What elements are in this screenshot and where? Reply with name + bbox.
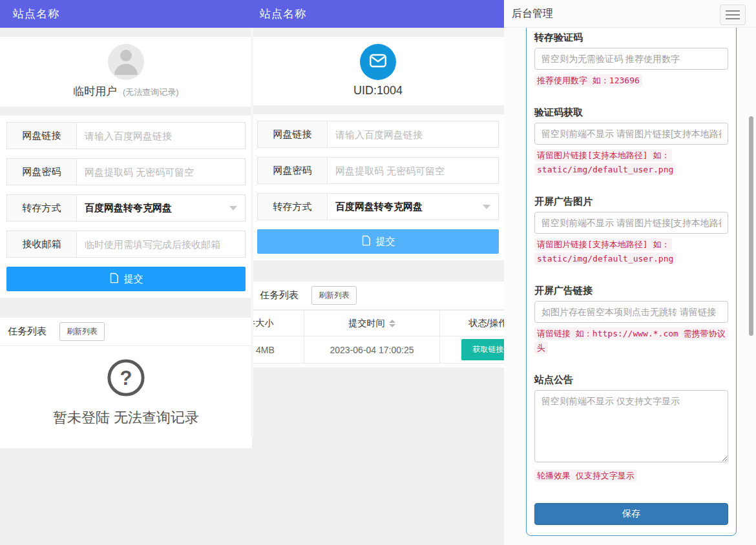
task-table: 文件大小 提交时间 状态/操作 4MB 2023-06-04 17:00:25 bbox=[252, 310, 504, 364]
link-label: 网盘链接 bbox=[258, 121, 328, 147]
task-table-wrap: 文件大小 提交时间 状态/操作 4MB 2023-06-04 17:00:25 bbox=[252, 310, 504, 367]
field-label: 转存验证码 bbox=[534, 32, 728, 44]
password-input[interactable] bbox=[77, 159, 245, 185]
empty-message: 暂未登陆 无法查询记录 bbox=[0, 408, 252, 427]
column-status: 状态/操作 bbox=[440, 311, 505, 336]
panel-admin: 转存验证码 推荐使用数字 如：123696 验证码获取 请留图片链接[支持本地路… bbox=[504, 0, 756, 545]
splash-ad-image-input[interactable] bbox=[534, 212, 728, 234]
field-hint: 请留图片链接[支持本地路径] 如：static/img/default_user… bbox=[534, 149, 676, 176]
table-header-row: 文件大小 提交时间 状态/操作 bbox=[252, 311, 504, 336]
document-icon bbox=[109, 272, 119, 285]
transfer-form: 网盘链接 网盘密码 转存方式 百度网盘转夸克网盘 提交 bbox=[252, 114, 504, 260]
field-label: 开屏广告链接 bbox=[534, 285, 728, 297]
cell-size: 4MB bbox=[252, 336, 304, 364]
form-row-method[interactable]: 转存方式 百度网盘转夸克网盘 bbox=[257, 193, 499, 220]
field-label: 开屏广告图片 bbox=[534, 196, 728, 208]
link-input[interactable] bbox=[328, 121, 498, 147]
password-label: 网盘密码 bbox=[258, 158, 328, 183]
submit-label: 提交 bbox=[124, 273, 143, 285]
column-size: 文件大小 bbox=[252, 311, 304, 336]
form-row-link: 网盘链接 bbox=[257, 121, 499, 148]
splash-ad-link-input[interactable] bbox=[534, 301, 728, 323]
form-row-link: 网盘链接 bbox=[6, 122, 246, 149]
empty-state: ? 暂未登陆 无法查询记录 bbox=[0, 346, 252, 448]
hamburger-menu-icon[interactable] bbox=[720, 5, 746, 25]
cell-time: 2023-06-04 17:00:25 bbox=[304, 336, 440, 364]
field-hint: 轮播效果 仅支持文字显示 bbox=[534, 469, 637, 482]
admin-header: 后台管理 bbox=[504, 0, 756, 28]
field-hint: 请留链接 如：https://www.*.com 需携带协议头 bbox=[534, 327, 728, 354]
section-splash-ad-link: 开屏广告链接 请留链接 如：https://www.*.com 需携带协议头 bbox=[534, 285, 728, 355]
form-row-email: 接收邮箱 bbox=[6, 231, 246, 258]
chevron-down-icon bbox=[229, 206, 237, 211]
submit-label: 提交 bbox=[376, 236, 395, 248]
email-input[interactable] bbox=[77, 231, 245, 257]
user-note: (无法查询记录) bbox=[123, 87, 179, 97]
mail-badge bbox=[360, 44, 396, 80]
link-label: 网盘链接 bbox=[7, 123, 77, 149]
site-notice-textarea[interactable] bbox=[534, 390, 728, 462]
task-list-header: 任务列表 刷新列表 bbox=[252, 282, 504, 310]
section-transfer-captcha: 转存验证码 推荐使用数字 如：123696 bbox=[534, 32, 728, 87]
site-title: 站点名称 bbox=[260, 8, 306, 20]
password-label: 网盘密码 bbox=[7, 159, 77, 185]
cell-action: 获取链接 bbox=[440, 336, 505, 364]
transfer-captcha-input[interactable] bbox=[534, 48, 728, 70]
field-label: 验证码获取 bbox=[534, 107, 728, 119]
refresh-list-button[interactable]: 刷新列表 bbox=[311, 286, 357, 305]
page-scrollbar[interactable] bbox=[749, 116, 753, 336]
submit-button[interactable]: 提交 bbox=[6, 267, 246, 291]
task-list-title: 任务列表 bbox=[8, 325, 47, 338]
task-list-title: 任务列表 bbox=[260, 289, 299, 302]
refresh-list-button[interactable]: 刷新列表 bbox=[59, 322, 105, 341]
transfer-form: 网盘链接 网盘密码 转存方式 百度网盘转夸克网盘 接收邮箱 bbox=[0, 116, 252, 298]
field-hint: 请留图片链接[支持本地路径] 如：static/img/default_user… bbox=[534, 238, 676, 265]
form-row-method[interactable]: 转存方式 百度网盘转夸克网盘 bbox=[6, 194, 246, 221]
admin-title: 后台管理 bbox=[504, 7, 553, 21]
uid-card: UID:1004 bbox=[252, 37, 504, 105]
table-row: 4MB 2023-06-04 17:00:25 获取链接 bbox=[252, 336, 504, 364]
site-header: 站点名称 bbox=[0, 0, 252, 28]
get-link-button[interactable]: 获取链接 bbox=[461, 339, 505, 360]
task-list-section: 任务列表 刷新列表 ? 暂未登陆 无法查询记录 bbox=[0, 318, 252, 448]
form-row-password: 网盘密码 bbox=[257, 157, 499, 184]
site-title: 站点名称 bbox=[13, 8, 59, 20]
captcha-source-input[interactable] bbox=[534, 123, 728, 145]
section-splash-ad-image: 开屏广告图片 请留图片链接[支持本地路径] 如：static/img/defau… bbox=[534, 196, 728, 265]
panel-site-guest: 站点名称 临时用户 (无法查询记录) 网盘链接 bbox=[0, 0, 252, 545]
task-list-header: 任务列表 刷新列表 bbox=[0, 318, 252, 346]
submit-button[interactable]: 提交 bbox=[257, 229, 499, 254]
column-time[interactable]: 提交时间 bbox=[304, 311, 440, 336]
email-label: 接收邮箱 bbox=[7, 231, 77, 257]
method-label: 转存方式 bbox=[7, 195, 77, 221]
uid-text: UID:1004 bbox=[252, 84, 504, 98]
user-avatar-icon bbox=[108, 44, 144, 80]
section-site-notice: 站点公告 轮播效果 仅支持文字显示 bbox=[534, 374, 728, 482]
method-select-value[interactable]: 百度网盘转夸克网盘 bbox=[328, 194, 483, 220]
avatar bbox=[108, 44, 144, 80]
method-select-value[interactable]: 百度网盘转夸克网盘 bbox=[77, 195, 229, 221]
task-list-section: 任务列表 刷新列表 文件大小 提交时间 状态/操作 bbox=[252, 282, 504, 367]
panel-divider bbox=[251, 28, 253, 437]
sort-icon[interactable] bbox=[389, 320, 395, 327]
user-card: 临时用户 (无法查询记录) bbox=[0, 37, 252, 107]
field-label: 站点公告 bbox=[534, 374, 728, 386]
section-captcha-source: 验证码获取 请留图片链接[支持本地路径] 如：static/img/defaul… bbox=[534, 107, 728, 176]
save-button[interactable]: 保存 bbox=[534, 503, 728, 525]
admin-settings-form: 转存验证码 推荐使用数字 如：123696 验证码获取 请留图片链接[支持本地路… bbox=[526, 0, 737, 536]
svg-text:?: ? bbox=[120, 367, 132, 389]
field-hint: 推荐使用数字 如：123696 bbox=[534, 74, 642, 87]
document-icon bbox=[361, 235, 371, 248]
chevron-down-icon bbox=[483, 205, 490, 209]
form-row-password: 网盘密码 bbox=[6, 158, 246, 185]
app-root: 站点名称 临时用户 (无法查询记录) 网盘链接 bbox=[0, 0, 756, 545]
password-input[interactable] bbox=[328, 158, 498, 183]
site-header: 站点名称 bbox=[252, 0, 504, 28]
user-name: 临时用户 bbox=[73, 85, 117, 98]
envelope-icon bbox=[368, 50, 388, 74]
question-circle-icon: ? bbox=[106, 389, 146, 400]
panel-site-user: 站点名称 UID:1004 网盘链接 网盘密码 bbox=[252, 0, 504, 545]
link-input[interactable] bbox=[77, 123, 245, 149]
method-label: 转存方式 bbox=[258, 194, 328, 220]
